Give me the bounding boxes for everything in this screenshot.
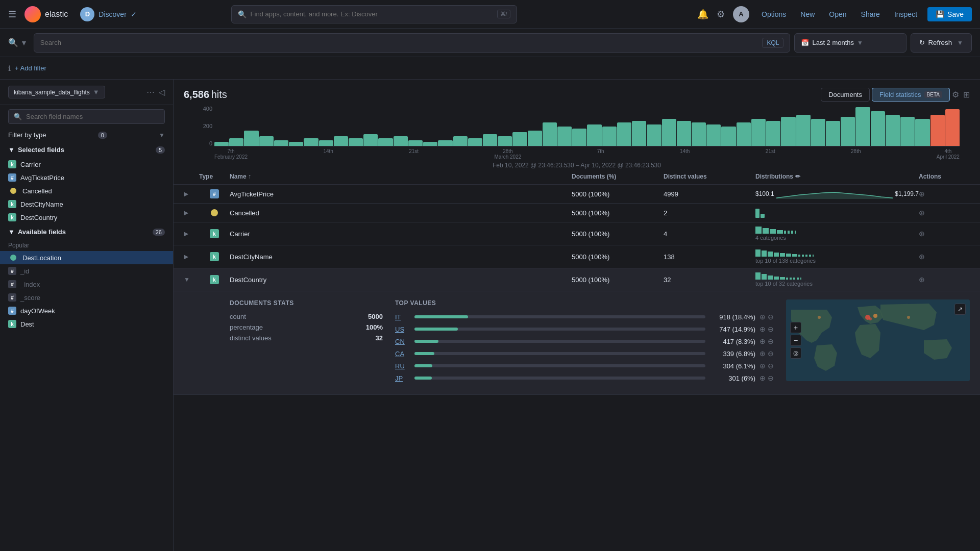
map-zoom-in[interactable]: + xyxy=(790,322,801,333)
field-stats-tab[interactable]: Field statistics BETA xyxy=(872,88,950,102)
action-btn-destcountry[interactable]: ⊕ xyxy=(919,276,925,284)
global-search-input[interactable] xyxy=(251,10,493,18)
tv-include-ru[interactable]: ⊕ xyxy=(760,362,766,370)
chart-bar-46 xyxy=(900,117,915,146)
tv-bar-bg-it xyxy=(414,315,705,318)
chart-bar-45 xyxy=(886,115,900,146)
help-icon[interactable]: ⚙ xyxy=(717,9,725,20)
tv-exclude-jp[interactable]: ⊖ xyxy=(768,374,774,382)
tv-code-jp[interactable]: JP xyxy=(395,374,410,382)
type-icon-destcountry: k xyxy=(199,275,230,284)
tv-code-ca[interactable]: CA xyxy=(395,350,410,358)
breadcrumb-discover[interactable]: Discover xyxy=(99,10,126,18)
cat-bar-dc4 xyxy=(774,253,779,257)
col-distinct: Distinct values xyxy=(664,173,755,180)
field-item-destlocation[interactable]: DestLocation xyxy=(0,251,173,264)
hamburger-icon[interactable]: ☰ xyxy=(8,9,16,20)
available-fields-section: ▼ Available fields 26 Popular DestLocati… xyxy=(0,224,173,331)
settings-icon[interactable]: ⚙ xyxy=(952,90,959,99)
map-zoom-out[interactable]: − xyxy=(790,335,801,346)
action-btn-cancelled[interactable]: ⊕ xyxy=(919,209,925,217)
tv-exclude-ru[interactable]: ⊖ xyxy=(768,362,774,370)
row-expand-avgticketprice[interactable]: ▶ xyxy=(184,190,199,197)
tv-pct-jp: 301 (6%) xyxy=(709,374,755,382)
field-item-dest[interactable]: k Dest xyxy=(0,317,173,331)
y-label-0: 0 xyxy=(194,140,212,146)
type-icon-destcityname: k xyxy=(199,252,230,261)
row-expand-cancelled[interactable]: ▶ xyxy=(184,209,199,216)
sidebar-collapse-icon[interactable]: ◁ xyxy=(159,87,165,97)
row-expand-carrier[interactable]: ▶ xyxy=(184,230,199,237)
type-icon-cancelled xyxy=(199,209,230,216)
field-item-carrier[interactable]: k Carrier xyxy=(0,158,173,171)
map-locate[interactable]: ◎ xyxy=(790,347,801,359)
count-row: count 5000 xyxy=(230,313,383,320)
action-btn-destcityname[interactable]: ⊕ xyxy=(919,253,925,261)
tv-exclude-us[interactable]: ⊖ xyxy=(768,325,774,333)
dist-edit-icon[interactable]: ✏ xyxy=(795,173,800,180)
open-button[interactable]: Open xyxy=(825,7,850,21)
avatar[interactable]: A xyxy=(733,6,749,22)
tv-exclude-it[interactable]: ⊖ xyxy=(768,313,774,321)
search-input[interactable] xyxy=(40,39,758,46)
field-item-index[interactable]: # _index xyxy=(0,278,173,291)
tv-include-ca[interactable]: ⊕ xyxy=(760,349,766,358)
field-item-destcountry[interactable]: k DestCountry xyxy=(0,211,173,224)
tv-code-ru[interactable]: RU xyxy=(395,362,410,370)
time-picker[interactable]: 📅 Last 2 months ▼ xyxy=(794,33,906,53)
refresh-button[interactable]: ↻ Refresh ▼ xyxy=(911,33,972,53)
selected-fields-header[interactable]: ▼ Selected fields 5 xyxy=(0,142,173,158)
documents-tab[interactable]: Documents xyxy=(821,88,870,102)
kql-badge[interactable]: KQL xyxy=(762,38,783,48)
field-search: 🔍 xyxy=(8,109,165,124)
tv-code-us[interactable]: US xyxy=(395,325,410,333)
docs-cancelled: 5000 (100%) xyxy=(572,209,664,217)
nav-actions: Options New Open Share Inspect 💾 Save xyxy=(757,7,972,21)
cat-label-destcityname: top 10 of 138 categories xyxy=(755,258,816,264)
filter-type-row[interactable]: Filter by type 0 ▼ xyxy=(0,128,173,142)
tv-include-it[interactable]: ⊕ xyxy=(760,313,766,321)
cat-bar-dc6 xyxy=(786,254,791,257)
new-button[interactable]: New xyxy=(796,7,819,21)
tv-exclude-ca[interactable]: ⊖ xyxy=(768,349,774,358)
action-btn-carrier[interactable]: ⊕ xyxy=(919,230,925,238)
action-destcountry: ⊕ xyxy=(919,276,970,284)
action-btn-avgticketprice[interactable]: ⊕ xyxy=(919,190,925,198)
options-button[interactable]: Options xyxy=(757,7,790,21)
grid-icon[interactable]: ⊞ xyxy=(963,90,970,99)
field-item-score[interactable]: # _score xyxy=(0,291,173,304)
add-filter-button[interactable]: + Add filter xyxy=(15,64,46,72)
tv-code-it[interactable]: IT xyxy=(395,313,410,321)
field-item-avgticketprice[interactable]: # AvgTicketPrice xyxy=(0,171,173,184)
search-type-icon[interactable]: 🔍 xyxy=(8,38,18,47)
tv-include-us[interactable]: ⊕ xyxy=(760,325,766,333)
share-button[interactable]: Share xyxy=(857,7,884,21)
field-item-cancelled[interactable]: Cancelled xyxy=(0,184,173,197)
tv-include-jp[interactable]: ⊕ xyxy=(760,374,766,382)
svg-marker-0 xyxy=(776,192,893,199)
sidebar-fields-icon[interactable]: ⋯ xyxy=(146,87,155,97)
tv-include-cn[interactable]: ⊕ xyxy=(760,337,766,345)
top-value-ru: RU 304 (6.1%) ⊕ ⊖ xyxy=(395,362,774,370)
field-item-destcityname[interactable]: k DestCityName xyxy=(0,197,173,211)
chart-bar-23 xyxy=(557,127,572,146)
index-selector[interactable]: kibana_sample_data_flights ▼ xyxy=(8,86,105,98)
breadcrumb-check-icon[interactable]: ✓ xyxy=(131,10,137,18)
tv-bar-fill-us xyxy=(414,328,458,331)
notifications-icon[interactable]: 🔔 xyxy=(697,9,708,20)
save-button[interactable]: 💾 Save xyxy=(927,7,972,21)
map-expand[interactable]: ↗ xyxy=(954,304,966,315)
field-search-input[interactable] xyxy=(26,113,159,120)
field-item-dayofweek[interactable]: # dayOfWeek xyxy=(0,304,173,317)
chevron-down2-icon: ▼ xyxy=(8,228,15,236)
tv-bar-fill-ru xyxy=(414,364,432,367)
selected-fields-section: ▼ Selected fields 5 k Carrier # AvgTicke… xyxy=(0,142,173,224)
inspect-button[interactable]: Inspect xyxy=(890,7,921,21)
field-item-id[interactable]: # _id xyxy=(0,264,173,278)
tv-exclude-cn[interactable]: ⊖ xyxy=(768,337,774,345)
search-caret-icon[interactable]: ▼ xyxy=(20,39,28,47)
row-expand-destcityname[interactable]: ▶ xyxy=(184,253,199,260)
tv-code-cn[interactable]: CN xyxy=(395,338,410,345)
available-fields-header[interactable]: ▼ Available fields 26 xyxy=(0,224,173,240)
row-expand-destcountry[interactable]: ▼ xyxy=(184,276,199,283)
